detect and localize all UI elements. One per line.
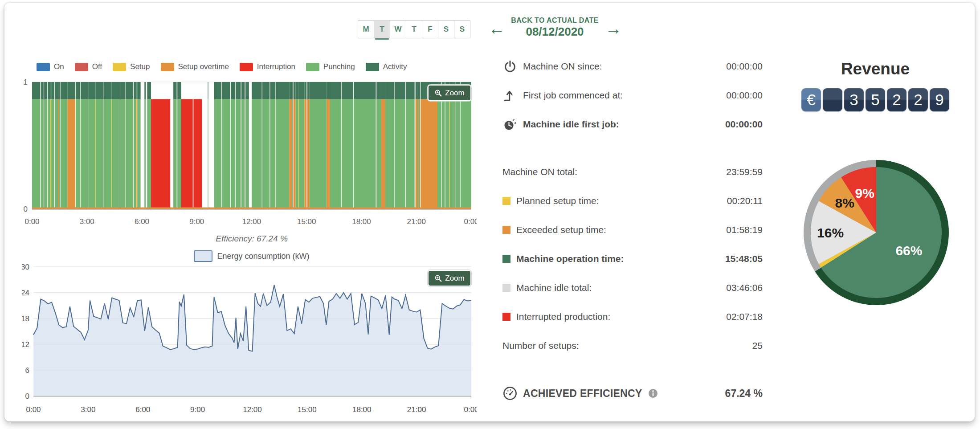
stat-value: 25 <box>752 340 763 351</box>
legend-item: Interruption <box>240 62 295 71</box>
svg-text:18:00: 18:00 <box>352 217 371 226</box>
back-to-actual-date-label: BACK TO ACTUAL DATE <box>507 16 603 25</box>
svg-text:0:00: 0:00 <box>464 217 477 226</box>
stat-row: Exceeded setup time:01:58:19 <box>502 222 763 237</box>
revenue-digit-tile: 3 <box>844 88 864 111</box>
day-tab-6[interactable]: S <box>438 20 454 38</box>
energy-zoom-button[interactable]: Zoom <box>428 270 471 286</box>
stat-row: Planned setup time:00:20:11 <box>502 193 763 208</box>
machine-dashboard: MTWTFSS ← BACK TO ACTUAL DATE 08/12/2020… <box>4 3 975 421</box>
day-tab-1[interactable]: M <box>358 20 374 38</box>
legend-item: Activity <box>366 62 407 71</box>
back-to-actual-date[interactable]: BACK TO ACTUAL DATE 08/12/2020 <box>507 16 603 39</box>
legend-swatch <box>113 63 126 71</box>
svg-text:12:00: 12:00 <box>242 217 261 226</box>
svg-text:24: 24 <box>22 289 29 297</box>
timeline-legend: OnOffSetupSetup overtimeInterruptionPunc… <box>37 62 418 71</box>
pie-slice-label: 9% <box>855 186 874 200</box>
zoom-button-label: Zoom <box>445 89 464 98</box>
first-job-icon-wrap <box>502 88 518 103</box>
svg-text:3:00: 3:00 <box>80 217 94 226</box>
svg-text:0:00: 0:00 <box>24 217 39 226</box>
timeline-zoom-button[interactable]: Zoom <box>428 85 471 101</box>
stat-value: 67.24 % <box>725 388 763 400</box>
svg-text:21:00: 21:00 <box>407 405 426 414</box>
legend-label: Off <box>92 62 102 71</box>
energy-consumption-chart: 30241812600:003:006:009:0012:0015:0018:0… <box>22 262 477 419</box>
stat-row: Machine ON since:00:00:00 <box>502 59 763 74</box>
legend-item: Punching <box>306 62 355 71</box>
day-tab-2[interactable]: T <box>374 20 390 38</box>
stat-value: 03:46:06 <box>726 282 763 293</box>
svg-text:15:00: 15:00 <box>297 217 316 226</box>
stat-swatch <box>502 255 510 263</box>
next-day-arrow[interactable]: → <box>605 20 622 37</box>
stat-value: 00:00:00 <box>726 90 763 101</box>
stat-label: Machine operation time: <box>516 253 624 264</box>
legend-label: Activity <box>383 62 407 71</box>
efficiency-gauge-icon <box>502 386 518 401</box>
revenue-digit-tile: 5 <box>866 88 885 111</box>
legend-item: Setup overtime <box>161 62 229 71</box>
previous-day-arrow[interactable]: ← <box>488 20 505 37</box>
stat-label: Machine ON total: <box>502 167 577 177</box>
legend-swatch <box>161 63 174 71</box>
stat-row: Machine operation time:15:48:05 <box>502 251 763 266</box>
svg-text:0:00: 0:00 <box>26 405 41 414</box>
currency-tile: € <box>801 88 821 111</box>
svg-text:30: 30 <box>22 263 29 271</box>
stat-value: 01:58:19 <box>726 225 763 235</box>
stat-row: ACHIEVED EFFICIENCY67.24 % <box>502 386 763 401</box>
svg-text:6: 6 <box>25 366 29 375</box>
revenue-digit-tile <box>823 88 842 111</box>
legend-swatch <box>75 63 88 71</box>
svg-text:9:00: 9:00 <box>190 405 205 414</box>
efficiency-caption: Efficiency: 67.24 % <box>96 234 408 244</box>
legend-swatch <box>240 63 253 71</box>
stat-row: First job commenced at:00:00:00 <box>502 88 763 103</box>
svg-text:0:00: 0:00 <box>464 405 477 414</box>
machine-stats-panel: Machine ON since:00:00:00First job comme… <box>502 59 763 401</box>
stat-row: Interrupted production:02:07:18 <box>502 309 763 324</box>
day-tab-3[interactable]: W <box>390 20 406 38</box>
day-tab-5[interactable]: F <box>422 20 438 38</box>
stat-swatch <box>502 197 510 205</box>
stat-label: Number of setups: <box>502 340 579 351</box>
svg-text:9:00: 9:00 <box>189 217 204 226</box>
stat-label: First job commenced at: <box>523 90 623 101</box>
day-tab-4[interactable]: T <box>406 20 422 38</box>
svg-text:18:00: 18:00 <box>352 405 372 414</box>
stat-label: Machine idle total: <box>516 282 592 293</box>
revenue-digit-tile: 2 <box>908 88 928 111</box>
stat-label: Machine ON since: <box>523 61 602 72</box>
svg-text:1: 1 <box>24 78 28 86</box>
revenue-digit-tile: 2 <box>887 88 906 111</box>
pie-slice-label: 8% <box>835 196 854 210</box>
svg-text:21:00: 21:00 <box>407 217 426 226</box>
power-icon-wrap <box>502 59 518 74</box>
stat-value: 15:48:05 <box>725 253 763 264</box>
legend-swatch <box>366 63 379 71</box>
stat-label: Planned setup time: <box>516 196 599 206</box>
stat-swatch <box>502 284 510 292</box>
svg-text:6:00: 6:00 <box>135 217 149 226</box>
legend-label: Setup <box>130 62 150 71</box>
stat-row: zzMachine idle first job:00:00:00 <box>502 117 763 132</box>
stat-label: Machine idle first job: <box>523 119 619 130</box>
revenue-odometer: €35229 <box>797 88 953 111</box>
magnifier-plus-icon <box>434 89 442 97</box>
gauge-icon-wrap <box>502 386 518 401</box>
stat-row: Machine ON total:23:59:59 <box>502 164 763 180</box>
day-tab-7[interactable]: S <box>454 20 470 38</box>
legend-item: Setup <box>113 62 150 71</box>
energy-legend: Energy consumption (kW) <box>96 250 408 262</box>
legend-swatch <box>306 63 319 71</box>
info-icon[interactable] <box>648 388 658 399</box>
legend-item: Off <box>75 62 102 71</box>
stat-value: 02:07:18 <box>726 311 763 322</box>
info-icon <box>648 388 658 399</box>
energy-legend-swatch <box>194 250 212 262</box>
energy-legend-label: Energy consumption (kW) <box>217 252 309 261</box>
stat-value: 23:59:59 <box>726 167 763 177</box>
svg-text:12: 12 <box>22 340 29 349</box>
